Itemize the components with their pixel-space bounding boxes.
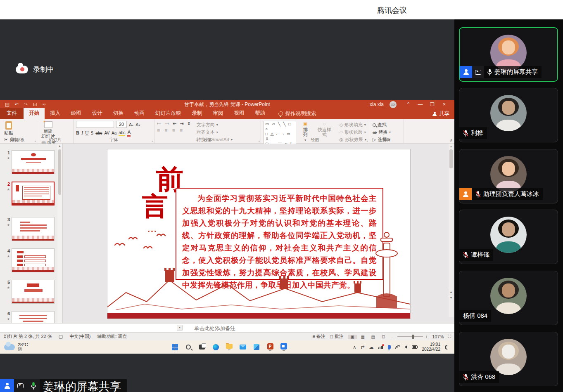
quick-styles-button[interactable]: ◌快速样式 (314, 121, 334, 137)
font-size-box[interactable]: 20 (116, 121, 127, 128)
taskbar-search-icon[interactable] (183, 341, 194, 353)
participant-tile[interactable]: 利桦 (459, 88, 558, 142)
comments-toggle[interactable]: ◻ 批注 (330, 333, 344, 340)
battery-icon[interactable] (412, 345, 418, 349)
find-button[interactable]: 查找 (373, 122, 391, 128)
text-direction-button[interactable]: 文字方向▾ (197, 122, 233, 128)
zoom-slider[interactable] (397, 336, 423, 337)
volume-icon[interactable] (405, 345, 407, 349)
dialog-launcher[interactable]: ⌟ (152, 139, 153, 142)
meeting-app-icon[interactable] (278, 341, 289, 353)
thumbnail-scrollbar[interactable]: ▲ (57, 144, 62, 323)
zoom-level[interactable]: 107% (432, 334, 444, 339)
slide-thumbnail-2[interactable]: 2★ (2, 182, 55, 205)
participant-tile[interactable]: 洪杏 068 (459, 332, 558, 386)
notes-pane[interactable]: ▾ 单击此处添加备注 (0, 323, 454, 332)
notes-toggle[interactable]: ≡ 备注 (312, 333, 325, 340)
slide-canvas[interactable]: 前 言 为全面学习贯彻落实习近平新时代中国特色社会主义思想和党的十九大精神，坚持… (107, 149, 410, 319)
slide-thumbnail-5[interactable]: 5★ (2, 280, 55, 304)
wifi-icon[interactable] (395, 345, 400, 349)
strike-abc-button[interactable]: abc (95, 131, 102, 135)
align-text-button[interactable]: 对齐文本▾ (197, 129, 233, 135)
highlight-button[interactable]: abc (119, 130, 125, 136)
tab-file[interactable]: 文件 (0, 108, 24, 119)
dialog-launcher[interactable]: ⌟ (366, 139, 368, 142)
new-slide-button[interactable]: 新建幻灯片 (40, 121, 57, 139)
qat-customize-icon[interactable]: ≂ (42, 102, 46, 107)
tab-slideshow[interactable]: 幻灯片放映 (150, 108, 187, 119)
zoom-in-icon[interactable]: + (425, 334, 428, 339)
reading-view-icon[interactable]: ▤ (368, 335, 378, 339)
font-name-box[interactable] (76, 121, 114, 128)
line-spacing-icon[interactable]: ⇕ (187, 121, 190, 126)
ribbon-display-options-icon[interactable]: ⌃ (402, 102, 414, 107)
powerpoint-taskbar-icon[interactable]: P (265, 341, 276, 353)
char-spacing-button[interactable]: AV (105, 131, 110, 135)
bullets-icon[interactable]: ≔ (157, 121, 162, 126)
taskbar-weather[interactable]: 28°C 阴 (0, 342, 28, 352)
slide-nav-buttons[interactable]: ▲ ▼ (449, 289, 454, 300)
slide-thumbnail-4[interactable]: 4★ (2, 248, 55, 272)
tab-help[interactable]: 帮助 (250, 108, 271, 119)
tab-home[interactable]: 开始 (24, 108, 45, 119)
replace-button[interactable]: ab替换▾ (373, 129, 391, 135)
fit-slide-icon[interactable]: ⛶ (448, 334, 451, 339)
notes-splitter[interactable]: ▾ (177, 325, 183, 331)
participant-tile[interactable]: 姜琳的屏幕共享 (459, 27, 558, 82)
redo-icon[interactable]: ↷ (24, 102, 28, 107)
shape-fill-button[interactable]: ◇形状填充▾ (339, 122, 366, 128)
tab-transitions[interactable]: 切换 (108, 108, 129, 119)
slideshow-view-icon[interactable]: ⊡ (379, 335, 388, 339)
edge-icon[interactable] (210, 341, 221, 353)
normal-view-icon[interactable]: ▣ (348, 335, 357, 339)
tab-view[interactable]: 视图 (229, 108, 250, 119)
tab-animations[interactable]: 动画 (129, 108, 150, 119)
account-name[interactable]: xia xia (370, 102, 384, 107)
slide-sorter-icon[interactable]: ▦ (358, 335, 367, 339)
italic-button[interactable]: I (81, 130, 83, 136)
alignment-icons[interactable]: ≡ ≡ ≡ ≡ (157, 128, 191, 134)
dialog-launcher[interactable]: ⌟ (34, 139, 36, 142)
underline-button[interactable]: U (85, 130, 89, 136)
tab-insert[interactable]: 插入 (45, 108, 66, 119)
bold-button[interactable]: B (76, 130, 79, 136)
shape-outline-button[interactable]: ▱形状轮廓▾ (339, 129, 366, 135)
participant-tile[interactable]: 谭梓锋 (459, 210, 558, 264)
change-case-button[interactable]: Aa (112, 131, 116, 135)
indent-increase-icon[interactable]: ⇥ (180, 121, 183, 126)
start-button[interactable] (169, 341, 180, 353)
zoom-out-icon[interactable]: − (392, 334, 394, 339)
font-color-button[interactable]: A (127, 130, 131, 137)
restore-icon[interactable]: ❐ (426, 102, 438, 107)
strikethrough-button[interactable]: S (91, 130, 94, 136)
undo-icon[interactable]: ↶ (14, 102, 19, 107)
display-settings-icon[interactable]: ▢ (59, 334, 63, 339)
numbering-icon[interactable]: ≕ (165, 121, 169, 126)
tray-microphone-icon[interactable] (388, 345, 391, 349)
language-status[interactable]: 中文(中国) (69, 333, 90, 340)
close-icon[interactable]: × (438, 102, 450, 107)
night-mode-icon[interactable] (445, 345, 449, 349)
tell-me-search[interactable]: 操作说明搜索 (278, 110, 316, 119)
accessibility-status[interactable]: 辅助功能: 调查 (97, 333, 127, 340)
task-view-icon[interactable] (197, 341, 207, 353)
mail-icon[interactable] (238, 341, 248, 353)
minimize-icon[interactable]: — (414, 102, 426, 107)
paste-button[interactable]: 粘贴 (2, 121, 15, 136)
tray-cloud-icon[interactable]: ☁ (369, 345, 374, 350)
participant-tile[interactable]: 杨倩 084 (459, 271, 558, 325)
tab-draw[interactable]: 绘图 (66, 108, 87, 119)
taskbar-clock[interactable]: 19:01 2022/4/22 (422, 342, 441, 352)
shrink-font-icon[interactable]: A▾ (135, 122, 140, 127)
file-explorer-icon[interactable] (224, 341, 235, 353)
save-icon[interactable]: ▤ (5, 102, 10, 107)
tray-chevron-icon[interactable]: ∧ (353, 345, 356, 350)
slide-thumbnail-1[interactable]: 1★ (2, 150, 55, 174)
tab-design[interactable]: 设计 (87, 108, 108, 119)
collapse-ribbon-icon[interactable]: ∧ (450, 138, 453, 142)
participant-tile[interactable]: 助理团负责人葛冰冰 (459, 149, 558, 203)
tab-record[interactable]: 录制 (187, 108, 208, 119)
indent-decrease-icon[interactable]: ⇤ (173, 121, 176, 126)
tray-toggles-icon[interactable]: ⇄ (361, 345, 364, 350)
share-button[interactable]: 共享 (432, 110, 449, 117)
